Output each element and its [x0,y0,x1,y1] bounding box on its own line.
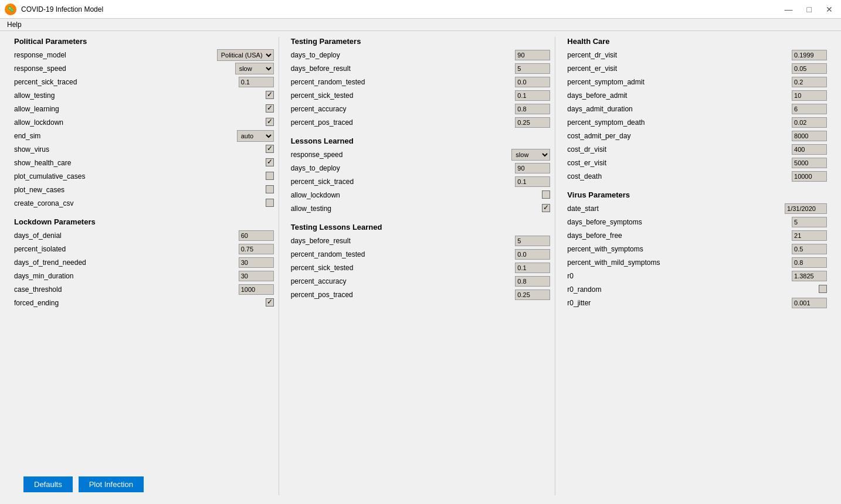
plot-infection-button[interactable]: Plot Infection [79,476,144,492]
value-tll-days-before-result[interactable] [515,236,550,246]
input-date-start[interactable] [785,203,827,214]
input-tll-days-before-result[interactable] [515,236,550,246]
value-ll-response-speed[interactable]: slow medium fast [511,149,550,161]
value-plot-cumulative-cases[interactable] [266,172,274,182]
input-days-min-duration[interactable] [239,271,274,281]
value-cost-er-visit[interactable] [792,158,827,168]
input-days-before-symptoms[interactable] [792,217,827,227]
value-r0[interactable] [792,271,827,281]
value-allow-lockdown[interactable] [266,118,274,128]
value-days-before-symptoms[interactable] [792,217,827,227]
value-percent-with-mild-symptoms[interactable] [792,257,827,268]
value-cost-admit-per-day[interactable] [792,131,827,141]
input-case-threshold[interactable] [239,284,274,295]
input-percent-isolated[interactable] [239,244,274,254]
value-end-sim[interactable]: auto manual [237,130,274,142]
value-days-before-free[interactable] [792,230,827,241]
value-percent-dr-visit[interactable] [792,50,827,60]
value-percent-symptom-death[interactable] [792,117,827,128]
input-tp-days-before-result[interactable] [515,63,550,74]
checkbox-plot-new-cases[interactable] [266,185,274,193]
input-tll-percent-sick-tested[interactable] [515,263,550,273]
value-ll-percent-sick-traced[interactable] [515,176,550,187]
checkbox-create-corona-csv[interactable] [266,199,274,207]
value-tll-percent-random-tested[interactable] [515,249,550,260]
checkbox-allow-learning[interactable] [266,104,274,113]
input-percent-symptom-death[interactable] [792,117,827,128]
input-days-of-denial[interactable] [239,230,274,241]
input-cost-dr-visit[interactable] [792,144,827,155]
value-case-threshold[interactable] [239,284,274,295]
help-menu[interactable]: Help [5,19,24,30]
value-date-start[interactable] [785,203,827,214]
value-ll-allow-lockdown[interactable] [542,190,550,200]
select-end-sim[interactable]: auto manual [237,130,274,142]
input-tll-percent-pos-traced[interactable] [515,290,550,300]
maximize-button[interactable]: □ [803,4,815,15]
value-show-virus[interactable] [266,145,274,155]
input-tp-percent-sick-tested[interactable] [515,90,550,101]
checkbox-ll-allow-lockdown[interactable] [542,190,550,199]
checkbox-ll-allow-testing[interactable] [542,204,550,212]
input-ll-days-to-deploy[interactable] [515,163,550,173]
select-ll-response-speed[interactable]: slow medium fast [511,149,550,161]
input-percent-dr-visit[interactable] [792,50,827,60]
input-days-before-free[interactable] [792,230,827,241]
checkbox-show-health-care[interactable] [266,158,274,166]
value-days-before-admit[interactable] [792,90,827,101]
value-allow-testing[interactable] [266,91,274,101]
input-r0[interactable] [792,271,827,281]
input-tp-days-to-deploy[interactable] [515,50,550,60]
value-tll-percent-accuracy[interactable] [515,276,550,287]
input-percent-er-visit[interactable] [792,63,827,74]
value-ll-days-to-deploy[interactable] [515,163,550,173]
defaults-button[interactable]: Defaults [23,476,73,492]
input-days-of-trend-needed[interactable] [239,257,274,268]
value-days-of-denial[interactable] [239,230,274,241]
value-tp-percent-pos-traced[interactable] [515,117,550,128]
value-tp-percent-sick-tested[interactable] [515,90,550,101]
value-percent-er-visit[interactable] [792,63,827,74]
input-tp-percent-random-tested[interactable] [515,77,550,87]
checkbox-forced-ending[interactable] [266,298,274,307]
checkbox-plot-cumulative-cases[interactable] [266,172,274,180]
value-r0-jitter[interactable] [792,298,827,308]
input-r0-jitter[interactable] [792,298,827,308]
input-tll-percent-accuracy[interactable] [515,276,550,287]
value-create-corona-csv[interactable] [266,199,274,209]
value-percent-with-symptoms[interactable] [792,244,827,254]
value-days-admit-duration[interactable] [792,104,827,114]
value-response-model[interactable]: Political (USA) Scientific Libertarian [217,49,274,61]
input-tll-percent-random-tested[interactable] [515,249,550,260]
checkbox-r0-random[interactable] [819,285,827,293]
close-button[interactable]: ✕ [822,4,836,15]
value-percent-isolated[interactable] [239,244,274,254]
value-days-of-trend-needed[interactable] [239,257,274,268]
value-forced-ending[interactable] [266,298,274,308]
value-cost-dr-visit[interactable] [792,144,827,155]
input-cost-admit-per-day[interactable] [792,131,827,141]
minimize-button[interactable]: — [781,4,796,15]
input-percent-symptom-admit[interactable] [792,77,827,87]
checkbox-allow-lockdown[interactable] [266,118,274,126]
value-allow-learning[interactable] [266,104,274,114]
checkbox-allow-testing[interactable] [266,91,274,99]
value-r0-random[interactable] [819,285,827,295]
select-response-model[interactable]: Political (USA) Scientific Libertarian [217,49,274,61]
value-percent-symptom-admit[interactable] [792,77,827,87]
value-tp-days-to-deploy[interactable] [515,50,550,60]
input-cost-death[interactable] [792,171,827,182]
input-percent-with-mild-symptoms[interactable] [792,257,827,268]
value-tp-percent-random-tested[interactable] [515,77,550,87]
input-tp-percent-accuracy[interactable] [515,104,550,114]
value-tll-percent-pos-traced[interactable] [515,290,550,300]
value-show-health-care[interactable] [266,158,274,168]
value-days-min-duration[interactable] [239,271,274,281]
value-percent-sick-traced[interactable] [239,77,274,87]
value-plot-new-cases[interactable] [266,185,274,195]
value-tp-days-before-result[interactable] [515,63,550,74]
input-percent-sick-traced[interactable] [239,77,274,87]
value-cost-death[interactable] [792,171,827,182]
input-cost-er-visit[interactable] [792,158,827,168]
select-response-speed[interactable]: slow medium fast [235,63,274,74]
